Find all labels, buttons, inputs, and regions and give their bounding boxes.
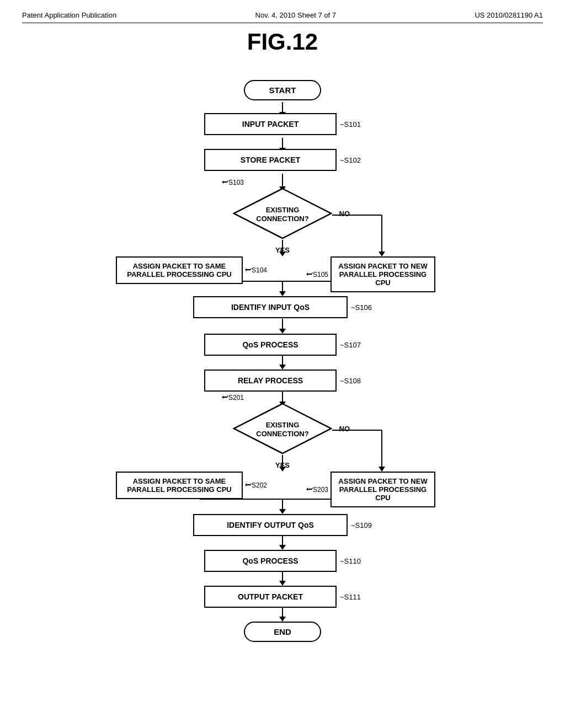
s101-text: INPUT PACKET <box>204 113 337 135</box>
header-left: Patent Application Publication <box>22 11 116 19</box>
s103-node: ⮨S103 EXISTINGCONNECTION? YES NO <box>233 188 332 242</box>
s201-yes-label: YES <box>275 461 290 469</box>
s101-label: ~S101 <box>340 120 361 129</box>
s103-no-label: NO <box>339 210 350 218</box>
s111-node: OUTPUT PACKET ~S111 <box>204 586 361 608</box>
s201-text: EXISTINGCONNECTION? <box>256 421 308 440</box>
svg-marker-16 <box>279 329 286 334</box>
s102-node: STORE PACKET ~S102 <box>204 149 361 171</box>
svg-marker-14 <box>279 291 286 296</box>
s103-label: ⮨S103 <box>222 179 244 186</box>
start-node: START <box>244 80 321 100</box>
s106-label: ~S106 <box>351 303 372 312</box>
s203-node: ⮨S203 ASSIGN PACKET TO NEWPARALLEL PROCE… <box>306 472 435 507</box>
s202-node: ASSIGN PACKET TO SAMEPARALLEL PROCESSING… <box>116 472 267 499</box>
s105-label: ⮨S105 <box>306 271 328 279</box>
s201-label: ⮨S201 <box>222 394 244 402</box>
s104-text: ASSIGN PACKET TO SAMEPARALLEL PROCESSING… <box>116 256 243 284</box>
s110-text: QoS PROCESS <box>204 550 337 572</box>
svg-marker-31 <box>279 545 286 550</box>
s107-node: QoS PROCESS ~S107 <box>204 334 361 356</box>
end-node: END <box>244 622 321 642</box>
s102-label: ~S102 <box>340 156 361 164</box>
end-label: END <box>244 622 321 642</box>
page-header: Patent Application Publication Nov. 4, 2… <box>22 11 543 23</box>
s201-no-label: NO <box>339 425 350 433</box>
s111-label: ~S111 <box>340 593 361 601</box>
s110-label: ~S110 <box>340 557 361 565</box>
s108-node: RELAY PROCESS ~S108 <box>204 370 361 392</box>
s202-text: ASSIGN PACKET TO SAMEPARALLEL PROCESSING… <box>116 472 243 499</box>
s104-label: ⮨S104 <box>245 266 267 274</box>
s105-node: ⮨S105 ASSIGN PACKET TO NEWPARALLEL PROCE… <box>306 256 435 292</box>
start-label: START <box>244 80 321 100</box>
s203-label: ⮨S203 <box>306 486 328 494</box>
s104-node: ASSIGN PACKET TO SAMEPARALLEL PROCESSING… <box>116 256 267 284</box>
s202-label: ⮨S202 <box>245 481 267 489</box>
s105-text: ASSIGN PACKET TO NEWPARALLEL PROCESSING … <box>331 256 435 292</box>
svg-marker-35 <box>279 617 286 622</box>
svg-marker-10 <box>379 251 385 256</box>
s111-text: OUTPUT PACKET <box>204 586 337 608</box>
s106-text: IDENTIFY INPUT QoS <box>193 296 348 318</box>
s109-label: ~S109 <box>351 521 372 529</box>
s102-text: STORE PACKET <box>204 149 337 171</box>
svg-marker-29 <box>279 509 286 514</box>
header-center: Nov. 4, 2010 Sheet 7 of 7 <box>255 11 336 19</box>
s107-text: QoS PROCESS <box>204 334 337 356</box>
svg-marker-33 <box>279 581 286 586</box>
s108-text: RELAY PROCESS <box>204 370 337 392</box>
s106-node: IDENTIFY INPUT QoS ~S106 <box>193 296 372 318</box>
svg-marker-25 <box>379 467 385 472</box>
s107-label: ~S107 <box>340 341 361 349</box>
header-right: US 2010/0281190 A1 <box>475 11 543 19</box>
s108-label: ~S108 <box>340 377 361 385</box>
svg-marker-18 <box>279 365 286 370</box>
s203-text: ASSIGN PACKET TO NEWPARALLEL PROCESSING … <box>331 472 435 507</box>
s103-yes-label: YES <box>275 246 290 254</box>
figure-title: FIG.12 <box>22 29 543 55</box>
s101-node: INPUT PACKET ~S101 <box>204 113 361 135</box>
s109-node: IDENTIFY OUTPUT QoS ~S109 <box>193 514 372 536</box>
s201-node: ⮨S201 EXISTINGCONNECTION? YES NO <box>233 403 332 457</box>
s110-node: QoS PROCESS ~S110 <box>204 550 361 572</box>
s103-text: EXISTINGCONNECTION? <box>256 206 308 224</box>
s109-text: IDENTIFY OUTPUT QoS <box>193 514 348 536</box>
